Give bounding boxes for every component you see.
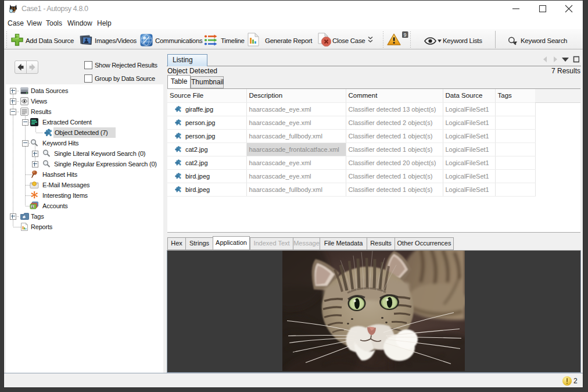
- svg-text:9: 9: [404, 32, 407, 38]
